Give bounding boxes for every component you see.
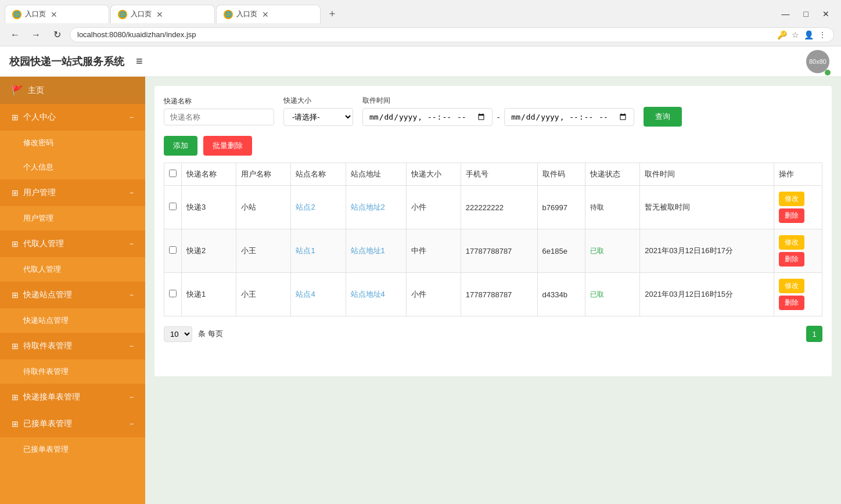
cell-code-0: b76997 (537, 186, 585, 229)
cell-code-2: d4334b (537, 273, 585, 316)
filter-size-group: 快递大小 -请选择- 小件 中件 大件 (283, 96, 353, 126)
row-select-1[interactable] (169, 246, 177, 254)
cell-action-2: 修改 删除 (774, 273, 822, 316)
refresh-button[interactable]: ↻ (49, 27, 65, 43)
user-icon[interactable]: 👤 (804, 30, 814, 39)
sidebar-item-received-mgmt-sub[interactable]: 已接单表管理 (0, 437, 145, 462)
per-page-select[interactable]: 10 20 50 (164, 326, 192, 342)
sidebar-item-personal[interactable]: ⊞ 个人中心 − (0, 104, 145, 131)
delete-button-1[interactable]: 删除 (779, 252, 804, 267)
add-button[interactable]: 添加 (164, 136, 197, 156)
cell-station-name-0[interactable]: 站点2 (291, 186, 346, 229)
cell-size-2: 小件 (406, 273, 461, 316)
chevron-user: − (130, 189, 134, 197)
sidebar-pending-mgmt-label: 待取件表管理 (23, 341, 125, 351)
sidebar-item-received-mgmt[interactable]: ⊞ 已接单表管理 − (0, 411, 145, 437)
cell-station-addr-1[interactable]: 站点地址1 (346, 229, 406, 273)
cell-station-addr-0[interactable]: 站点地址2 (346, 186, 406, 229)
col-action: 操作 (774, 163, 822, 186)
grid-icon-personal: ⊞ (12, 113, 19, 122)
col-station-addr: 站点地址 (346, 163, 406, 186)
tab-close-1[interactable]: ✕ (51, 10, 57, 19)
search-button[interactable]: 查询 (644, 107, 682, 127)
station-mgmt-sub-label: 快递站点管理 (23, 316, 69, 325)
tab-close-3[interactable]: ✕ (262, 10, 269, 19)
cell-station-name-1[interactable]: 站点1 (291, 229, 346, 273)
date-to-input[interactable] (504, 108, 634, 126)
sidebar-item-pending-mgmt[interactable]: ⊞ 待取件表管理 − (0, 333, 145, 359)
filter-name-label: 快递名称 (164, 96, 274, 106)
personal-info-label: 个人信息 (23, 163, 53, 171)
grid-icon-station: ⊞ (12, 290, 19, 300)
batch-delete-button[interactable]: 批量删除 (203, 136, 252, 156)
tab-icon-2: 🌐 (118, 10, 127, 19)
received-mgmt-sub-label: 已接单表管理 (23, 445, 69, 453)
cell-time-0: 暂无被取时间 (640, 186, 774, 229)
sidebar-item-station-mgmt-sub[interactable]: 快递站点管理 (0, 308, 145, 333)
cell-phone-0: 222222222 (461, 186, 537, 229)
filter-size-select[interactable]: -请选择- 小件 中件 大件 (283, 108, 353, 126)
row-checkbox-2 (164, 273, 182, 316)
content-area: 快递名称 快递大小 -请选择- 小件 中件 大件 取件时间 (145, 77, 841, 504)
row-select-0[interactable] (169, 203, 177, 210)
cell-station-addr-2[interactable]: 站点地址4 (346, 273, 406, 316)
cell-user-0: 小站 (236, 186, 291, 229)
tab-2[interactable]: 🌐 入口页 ✕ (110, 5, 215, 23)
close-button[interactable]: ✕ (820, 9, 832, 19)
edit-button-1[interactable]: 修改 (779, 235, 804, 250)
content-card: 快递名称 快递大小 -请选择- 小件 中件 大件 取件时间 (154, 86, 832, 376)
chevron-station: − (130, 291, 134, 299)
filter-size-label: 快递大小 (283, 96, 353, 106)
back-button[interactable]: ← (7, 27, 23, 43)
page-number[interactable]: 1 (806, 326, 822, 342)
filter-name-input[interactable] (164, 109, 274, 125)
table-row: 快递2 小王 站点1 站点地址1 中件 17787788787 6e185e 已… (164, 229, 822, 273)
cell-station-name-2[interactable]: 站点4 (291, 273, 346, 316)
delete-button-0[interactable]: 删除 (779, 208, 804, 223)
star-icon[interactable]: ☆ (792, 30, 799, 39)
minimize-button[interactable]: — (779, 9, 792, 19)
cell-time-1: 2021年03月12日16时17分 (640, 229, 774, 273)
sidebar-item-user-mgmt[interactable]: ⊞ 用户管理 − (0, 179, 145, 206)
user-mgmt-sub-label: 用户管理 (23, 214, 53, 222)
sidebar-item-user-mgmt-sub[interactable]: 用户管理 (0, 206, 145, 231)
pagination: 10 20 50 条 每页 1 (164, 326, 822, 342)
grid-icon-pickup: ⊞ (12, 393, 19, 402)
tab-close-2[interactable]: ✕ (156, 10, 163, 19)
new-tab-button[interactable]: + (324, 6, 340, 22)
delete-button-2[interactable]: 删除 (779, 296, 804, 310)
url-bar[interactable]: localhost:8080/kuaidizhan/index.jsp 🔑 ☆ … (70, 27, 834, 42)
sidebar-item-home[interactable]: 🚩 主页 (0, 77, 145, 104)
date-range: - (362, 108, 634, 126)
sidebar-item-pending-mgmt-sub[interactable]: 待取件表管理 (0, 359, 145, 384)
maximize-button[interactable]: □ (802, 9, 811, 19)
cell-size-1: 中件 (406, 229, 461, 273)
edit-button-0[interactable]: 修改 (779, 192, 804, 206)
select-all-checkbox[interactable] (169, 170, 177, 177)
cell-code-1: 6e185e (537, 229, 585, 273)
sidebar-item-station-mgmt[interactable]: ⊞ 快递站点管理 − (0, 282, 145, 308)
date-separator: - (497, 113, 499, 121)
sidebar-item-change-pwd[interactable]: 修改密码 (0, 131, 145, 155)
forward-button[interactable]: → (28, 27, 44, 43)
filter-time-group: 取件时间 - (362, 96, 634, 126)
sidebar-item-pickup-mgmt[interactable]: ⊞ 快递接单表管理 − (0, 384, 145, 411)
tab-1[interactable]: 🌐 入口页 ✕ (5, 5, 109, 23)
sidebar: 🚩 主页 ⊞ 个人中心 − 修改密码 个人信息 ⊞ 用户管理 − 用户管理 (0, 77, 145, 504)
chevron-personal: − (130, 113, 134, 121)
edit-button-2[interactable]: 修改 (779, 279, 804, 293)
sidebar-item-proxy-mgmt[interactable]: ⊞ 代取人管理 − (0, 231, 145, 257)
browser-chrome: 🌐 入口页 ✕ 🌐 入口页 ✕ 🌐 入口页 ✕ + — □ ✕ ← → ↻ lo… (0, 0, 841, 46)
col-name: 快递名称 (182, 163, 236, 186)
per-page-label: 条 每页 (198, 329, 223, 339)
cell-name-2: 快递1 (182, 273, 236, 316)
sidebar-item-personal-info[interactable]: 个人信息 (0, 155, 145, 179)
col-phone: 手机号 (461, 163, 537, 186)
date-from-input[interactable] (362, 108, 493, 126)
tab-3[interactable]: 🌐 入口页 ✕ (216, 5, 321, 23)
address-bar: ← → ↻ localhost:8080/kuaidizhan/index.js… (0, 23, 841, 46)
row-select-2[interactable] (169, 290, 177, 297)
hamburger-icon[interactable]: ≡ (136, 55, 143, 68)
sidebar-item-proxy-mgmt-sub[interactable]: 代取人管理 (0, 257, 145, 282)
more-icon[interactable]: ⋮ (818, 30, 826, 39)
